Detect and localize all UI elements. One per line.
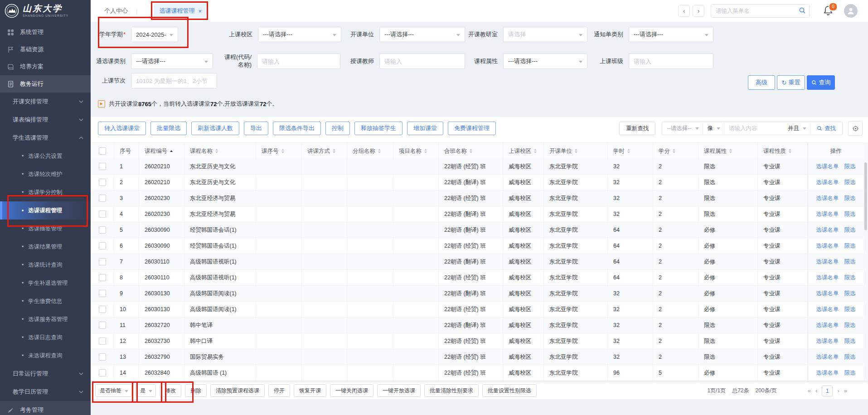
limit-selection-link[interactable]: 限选 — [844, 306, 856, 313]
column-settings-button[interactable] — [848, 121, 863, 136]
selection-list-link[interactable]: 选课名单 — [816, 179, 839, 186]
limit-selection-link[interactable]: 限选 — [844, 337, 856, 345]
sort-hours[interactable]: 学时 — [608, 143, 653, 159]
limit-selection-link[interactable]: 限选 — [844, 353, 856, 361]
sidebar-item[interactable]: 培养方案 — [0, 58, 91, 75]
toolbar-button[interactable]: 导出 — [244, 122, 268, 135]
selection-list-link[interactable]: 选课名单 — [816, 226, 839, 234]
lottery-filter-select[interactable]: 是否抽签 — [95, 384, 132, 397]
notice-type-select[interactable]: ---请选择--- — [629, 27, 713, 42]
sidebar-item[interactable]: 学生选课管理 — [0, 129, 91, 147]
sort-merged-class[interactable]: 合班名称 — [439, 143, 503, 159]
selection-list-link[interactable]: 选课名单 — [816, 290, 839, 298]
general-course-type-select[interactable]: ---请选择--- — [131, 54, 213, 69]
open-all-selection-button[interactable]: 一键开放选课 — [377, 384, 421, 397]
selection-list-link[interactable]: 选课名单 — [816, 274, 839, 282]
menu-search-input[interactable] — [711, 4, 810, 18]
sort-nature[interactable]: 课程性质 — [758, 143, 808, 159]
search-icon[interactable] — [799, 7, 806, 14]
sidebar-item[interactable]: 考务管理 — [0, 401, 91, 415]
find-button[interactable]: 查找 — [810, 125, 842, 132]
nav-forward-button[interactable]: › — [693, 5, 704, 17]
sidebar-item[interactable]: 系统管理 — [0, 24, 91, 41]
limit-selection-link[interactable]: 限选 — [844, 274, 856, 282]
selection-list-link[interactable]: 选课名单 — [816, 337, 839, 345]
row-checkbox[interactable] — [99, 258, 106, 265]
clear-preset-course-selection-button[interactable]: 清除预置课程选课 — [210, 384, 265, 397]
toolbar-button[interactable]: 刷新选课人数 — [191, 122, 239, 135]
sidebar-item[interactable]: 教学日历管理 — [0, 383, 91, 401]
class-input[interactable] — [629, 54, 713, 69]
selection-list-link[interactable]: 选课名单 — [816, 163, 839, 171]
toolbar-button[interactable]: 批量限选 — [150, 122, 187, 135]
selection-list-link[interactable]: 选课名单 — [816, 195, 839, 202]
selection-list-link[interactable]: 选课名单 — [816, 210, 839, 218]
first-page-icon[interactable]: « — [808, 387, 811, 394]
sort-project-name[interactable]: 项目名称 — [393, 143, 439, 159]
prev-page-icon[interactable]: ‹ — [815, 387, 817, 394]
sort-course-code[interactable]: 课程编号 — [139, 143, 184, 159]
row-checkbox[interactable] — [99, 242, 106, 249]
find-content-input[interactable] — [724, 122, 783, 135]
limit-selection-link[interactable]: 限选 — [844, 242, 856, 250]
current-page[interactable]: 1 — [822, 386, 833, 396]
advanced-button[interactable]: 高级 — [748, 75, 775, 90]
nav-back-button[interactable]: ‹ — [678, 5, 690, 17]
row-checkbox[interactable] — [99, 353, 106, 361]
course-attribute-select[interactable]: ---请选择--- — [503, 54, 587, 69]
limit-selection-link[interactable]: 限选 — [844, 179, 856, 186]
batch-set-gender-limit-button[interactable]: 批量设置性别限选 — [482, 384, 537, 397]
selection-list-link[interactable]: 选课名单 — [816, 322, 839, 329]
selection-list-link[interactable]: 选课名单 — [816, 353, 839, 361]
sidebar-item-current[interactable]: 教务运行 — [0, 75, 91, 93]
find-logic-select[interactable]: 并且 — [783, 122, 810, 135]
term-select[interactable]: 2024-2025-1 — [131, 27, 178, 42]
suspend-button[interactable]: 停开 — [268, 384, 290, 397]
row-checkbox[interactable] — [99, 337, 106, 345]
tab-personal-center[interactable]: 个人中心 — [104, 7, 128, 15]
user-avatar[interactable] — [844, 4, 858, 18]
selection-list-link[interactable]: 选课名单 — [816, 258, 839, 266]
sort-attribute[interactable]: 课程属性 — [698, 143, 758, 159]
sort-course-name[interactable]: 课程名称 — [184, 143, 256, 159]
row-checkbox[interactable] — [99, 179, 106, 186]
sidebar-item[interactable]: •选课学分控制 — [0, 183, 91, 201]
toolbar-button[interactable]: 限选条件导出 — [273, 122, 321, 135]
close-all-selection-button[interactable]: 一键关闭选课 — [330, 384, 373, 397]
sidebar-item[interactable]: •学生缴费信息 — [0, 292, 91, 310]
lottery-yes-select[interactable]: 是 — [136, 384, 156, 397]
sort-unit[interactable]: 开课单位 — [544, 143, 608, 159]
sidebar-item-current[interactable]: •选课课程管理 — [0, 201, 91, 220]
limit-selection-link[interactable]: 限选 — [844, 290, 856, 298]
row-checkbox[interactable] — [99, 274, 106, 281]
select-all-checkbox[interactable] — [99, 147, 106, 155]
sidebar-item[interactable]: •选课轮次维护 — [0, 165, 91, 183]
row-checkbox[interactable] — [99, 195, 106, 202]
teaching-office-select[interactable]: 请选择 — [503, 27, 587, 42]
last-page-icon[interactable]: » — [844, 387, 847, 394]
find-operator-select[interactable]: 像 — [703, 122, 725, 135]
sidebar-item[interactable]: 开课安排管理 — [0, 93, 91, 111]
close-tab-icon[interactable]: × — [198, 8, 202, 15]
next-page-icon[interactable]: › — [837, 387, 839, 394]
sidebar-item[interactable]: 课表编排管理 — [0, 111, 91, 129]
class-period-input[interactable] — [131, 73, 217, 88]
row-checkbox[interactable] — [99, 290, 106, 297]
sidebar-item[interactable]: •选课统计查询 — [0, 256, 91, 274]
sidebar-item[interactable]: •选课公共设置 — [0, 147, 91, 165]
toolbar-button[interactable]: 免费课程管理 — [448, 122, 496, 135]
reset-button[interactable]: ↻重置 — [777, 75, 805, 90]
row-checkbox[interactable] — [99, 226, 106, 234]
selection-list-link[interactable]: 选课名单 — [816, 242, 839, 250]
row-checkbox[interactable] — [99, 306, 106, 313]
row-checkbox[interactable] — [99, 210, 106, 218]
sidebar-item[interactable]: •选课服务器管理 — [0, 310, 91, 328]
row-checkbox[interactable] — [99, 322, 106, 329]
sort-credits[interactable]: 学分 — [653, 143, 698, 159]
selection-list-link[interactable]: 选课名单 — [816, 306, 839, 313]
delete-button[interactable]: 删除 — [185, 384, 207, 397]
limit-selection-link[interactable]: 限选 — [844, 226, 856, 234]
limit-selection-link[interactable]: 限选 — [844, 163, 856, 171]
campus-select[interactable]: ---请选择--- — [258, 27, 341, 42]
sort-campus[interactable]: 上课校区 — [503, 143, 544, 159]
